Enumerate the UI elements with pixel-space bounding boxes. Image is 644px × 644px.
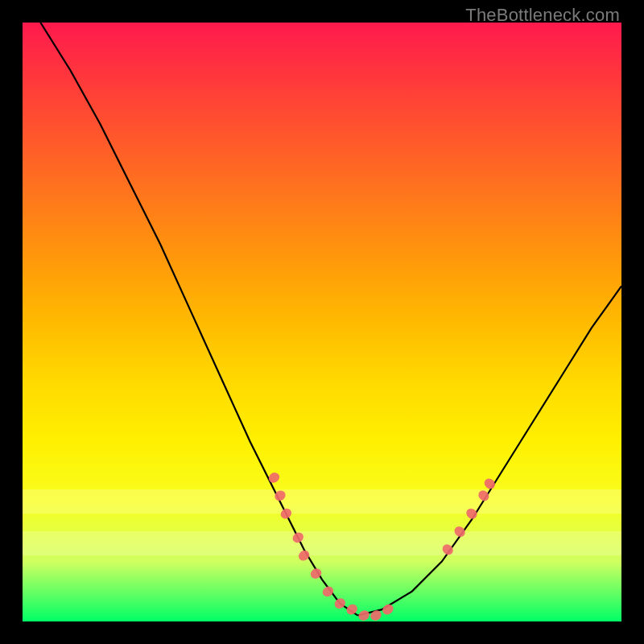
svg-rect-5 bbox=[308, 567, 323, 581]
svg-rect-13 bbox=[452, 524, 467, 539]
svg-rect-8 bbox=[345, 602, 359, 617]
watermark-text: TheBottleneck.com bbox=[465, 5, 620, 26]
svg-rect-6 bbox=[320, 584, 335, 599]
svg-rect-4 bbox=[297, 548, 312, 563]
svg-rect-16 bbox=[482, 477, 497, 491]
svg-rect-12 bbox=[440, 543, 455, 557]
markers-right bbox=[440, 477, 497, 557]
svg-rect-10 bbox=[369, 609, 383, 621]
svg-rect-11 bbox=[381, 602, 395, 617]
svg-rect-0 bbox=[266, 471, 281, 485]
svg-rect-7 bbox=[332, 597, 347, 611]
svg-rect-1 bbox=[273, 489, 287, 503]
chart-frame: TheBottleneck.com bbox=[0, 0, 644, 644]
svg-rect-15 bbox=[477, 489, 491, 503]
svg-rect-14 bbox=[464, 506, 479, 521]
svg-rect-2 bbox=[279, 506, 293, 521]
marker-layer bbox=[23, 23, 621, 621]
plot-area bbox=[23, 23, 621, 621]
svg-rect-3 bbox=[291, 530, 305, 545]
markers-left bbox=[266, 471, 395, 621]
svg-rect-9 bbox=[357, 609, 371, 621]
